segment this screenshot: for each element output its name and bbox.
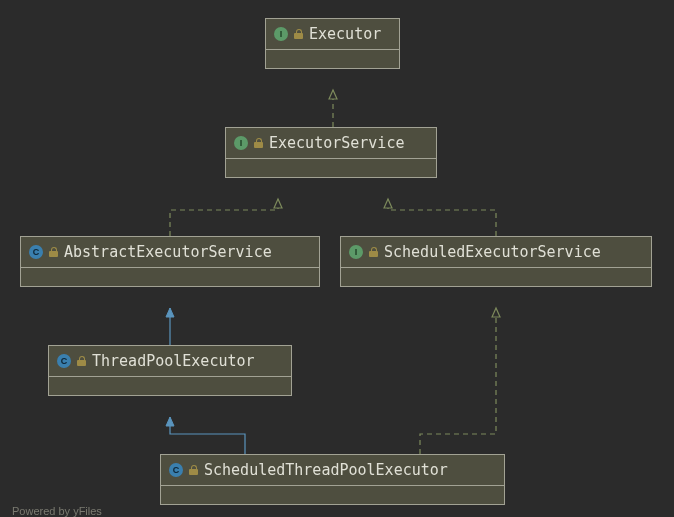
edge-scheduledThreadPoolExecutor-to-scheduledExecutorService	[420, 308, 496, 454]
lock-icon	[294, 29, 303, 39]
abstract-icon: C	[29, 245, 43, 259]
interface-icon: I	[274, 27, 288, 41]
lock-icon	[77, 356, 86, 366]
node-scheduledThreadPoolExecutor[interactable]: CScheduledThreadPoolExecutor	[160, 454, 505, 505]
node-body	[21, 267, 319, 286]
node-header: CAbstractExecutorService	[21, 237, 319, 267]
interface-icon: I	[349, 245, 363, 259]
node-label: Executor	[309, 25, 381, 43]
class-icon: C	[57, 354, 71, 368]
node-label: AbstractExecutorService	[64, 243, 272, 261]
node-header: CThreadPoolExecutor	[49, 346, 291, 376]
node-header: CScheduledThreadPoolExecutor	[161, 455, 504, 485]
node-executor[interactable]: IExecutor	[265, 18, 400, 69]
edge-abstractExecutorService-to-executorService	[170, 199, 278, 236]
class-icon: C	[169, 463, 183, 477]
lock-icon	[369, 247, 378, 257]
node-body	[266, 49, 399, 68]
node-body	[341, 267, 651, 286]
node-executorService[interactable]: IExecutorService	[225, 127, 437, 178]
node-threadPoolExecutor[interactable]: CThreadPoolExecutor	[48, 345, 292, 396]
node-label: ScheduledExecutorService	[384, 243, 601, 261]
node-header: IExecutorService	[226, 128, 436, 158]
lock-icon	[189, 465, 198, 475]
node-label: ExecutorService	[269, 134, 404, 152]
edge-scheduledExecutorService-to-executorService	[388, 199, 496, 236]
node-body	[161, 485, 504, 504]
edge-scheduledThreadPoolExecutor-to-threadPoolExecutor	[170, 417, 245, 454]
footer-credit: Powered by yFiles	[12, 505, 102, 517]
lock-icon	[254, 138, 263, 148]
interface-icon: I	[234, 136, 248, 150]
node-header: IExecutor	[266, 19, 399, 49]
node-body	[49, 376, 291, 395]
node-scheduledExecutorService[interactable]: IScheduledExecutorService	[340, 236, 652, 287]
node-abstractExecutorService[interactable]: CAbstractExecutorService	[20, 236, 320, 287]
node-header: IScheduledExecutorService	[341, 237, 651, 267]
node-body	[226, 158, 436, 177]
node-label: ThreadPoolExecutor	[92, 352, 255, 370]
node-label: ScheduledThreadPoolExecutor	[204, 461, 448, 479]
lock-icon	[49, 247, 58, 257]
